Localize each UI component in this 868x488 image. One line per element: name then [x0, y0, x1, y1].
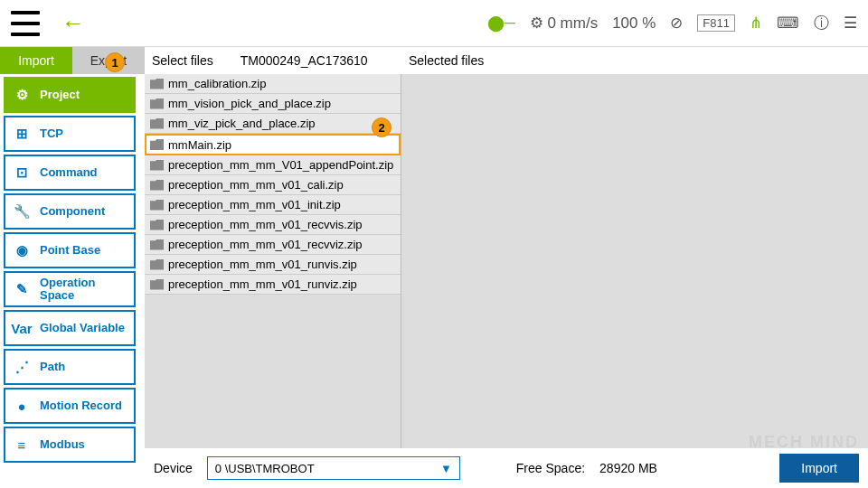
- file-row[interactable]: preception_mm_mm_v01_recvviz.zip: [145, 235, 401, 255]
- nav-label: Point Base: [40, 244, 127, 257]
- selected-files-label: Selected files: [409, 53, 484, 68]
- folder-icon: [150, 99, 164, 109]
- file-row[interactable]: preception_mm_mm_v01_runvis.zip: [145, 255, 401, 275]
- file-row[interactable]: preception_mm_mm_V01_appendPoint.zip: [145, 155, 401, 175]
- import-button[interactable]: Import: [779, 454, 859, 483]
- sidebar-item-path[interactable]: ⋰Path: [4, 349, 136, 385]
- folder-icon: [150, 220, 164, 230]
- folder-icon: [150, 139, 164, 150]
- sidebar-item-point-base[interactable]: ◉Point Base: [4, 232, 136, 268]
- file-row[interactable]: preception_mm_mm_v01_init.zip: [145, 195, 401, 215]
- file-row[interactable]: preception_mm_mm_v01_recvvis.zip: [145, 215, 401, 235]
- sidebar-item-command[interactable]: ⊡Command: [4, 155, 136, 191]
- back-arrow-icon[interactable]: ←: [61, 9, 85, 37]
- folder-icon: [150, 160, 164, 171]
- sidebar-item-global-variable[interactable]: VarGlobal Variable: [4, 310, 136, 346]
- select-files-label: Select files: [152, 53, 213, 68]
- sidebar-item-operation-space[interactable]: ✎Operation Space: [4, 271, 136, 307]
- folder-icon: [150, 259, 164, 270]
- file-name: mm_calibration.zip: [168, 77, 266, 90]
- selected-files-panel: [401, 74, 868, 448]
- file-name: preception_mm_mm_v01_cali.zip: [168, 178, 344, 192]
- nav-icon: ⊞: [13, 125, 31, 143]
- content-area: Select files TM000249_AC173610 Selected …: [145, 47, 868, 488]
- nav-label: Command: [40, 166, 127, 179]
- tab-row: Import Export 1: [0, 47, 145, 74]
- robot-status-icon: ⬤─: [487, 14, 515, 33]
- connection-icon[interactable]: ⋔: [750, 14, 762, 33]
- folder-icon: [150, 200, 164, 211]
- file-row[interactable]: preception_mm_mm_v01_runviz.zip: [145, 275, 401, 295]
- file-name: preception_mm_mm_v01_init.zip: [168, 198, 341, 211]
- status-area: ⬤─ ⚙ 0 mm/s 100 % ⊘ F811 ⋔ ⌨ ⓘ ☰: [487, 13, 857, 33]
- sidebar-item-component[interactable]: 🔧Component: [4, 193, 136, 230]
- nav-icon: ✎: [13, 280, 31, 298]
- sidebar-item-tcp[interactable]: ⊞TCP: [4, 116, 136, 152]
- file-name: preception_mm_mm_v01_recvvis.zip: [168, 218, 363, 231]
- nav-label: Path: [40, 361, 127, 373]
- nav-icon: 🔧: [13, 202, 31, 221]
- sidebar: Import Export 1 ⚙Project⊞TCP⊡Command🔧Com…: [0, 47, 145, 488]
- document-icon[interactable]: ☰: [844, 14, 857, 33]
- nav-label: Modbus: [40, 438, 127, 451]
- free-space-label: Free Space:: [516, 461, 585, 475]
- top-bar: ← ⬤─ ⚙ 0 mm/s 100 % ⊘ F811 ⋔ ⌨ ⓘ ☰: [0, 0, 868, 47]
- callout-1: 1: [105, 52, 125, 72]
- nav-icon: Var: [13, 319, 31, 337]
- folder-icon: [150, 239, 164, 250]
- file-row[interactable]: mmMain.zip: [145, 134, 401, 155]
- nav-label: Component: [40, 205, 127, 218]
- file-name: mm_viz_pick_and_place.zip: [168, 117, 316, 130]
- footer: Device 0 \USB\TMROBOT ▼ Free Space: 2892…: [145, 448, 868, 488]
- nav-icon: ⋰: [13, 358, 31, 376]
- file-row[interactable]: mm_vision_pick_and_place.zip: [145, 94, 401, 114]
- code-badge: F811: [697, 14, 735, 32]
- info-icon[interactable]: ⓘ: [814, 13, 829, 33]
- device-select[interactable]: 0 \USB\TMROBOT ▼: [207, 456, 460, 480]
- file-name: preception_mm_mm_v01_runvis.zip: [168, 258, 357, 271]
- callout-2: 2: [372, 117, 392, 137]
- folder-icon: [150, 79, 164, 89]
- file-name: mm_vision_pick_and_place.zip: [168, 97, 331, 110]
- file-name: preception_mm_mm_v01_recvviz.zip: [168, 238, 363, 251]
- file-row[interactable]: mm_calibration.zip: [145, 74, 401, 94]
- speed-indicator: ⚙ 0 mm/s: [530, 14, 598, 33]
- sidebar-item-project[interactable]: ⚙Project: [4, 77, 136, 113]
- keyboard-icon[interactable]: ⌨: [777, 14, 799, 33]
- folder-icon: [150, 180, 164, 191]
- nav-label: Operation Space: [40, 277, 127, 303]
- menu-icon[interactable]: [11, 11, 40, 36]
- project-id: TM000249_AC173610: [241, 53, 368, 68]
- percent-indicator: 100 %: [612, 14, 656, 33]
- caret-down-icon: ▼: [440, 462, 452, 475]
- nav-icon: ●: [13, 397, 31, 415]
- link-icon: ⊘: [670, 14, 683, 33]
- content-header: Select files TM000249_AC173610 Selected …: [145, 47, 868, 74]
- nav-label: TCP: [40, 127, 127, 140]
- sidebar-item-motion-record[interactable]: ●Motion Record: [4, 388, 136, 424]
- file-row[interactable]: preception_mm_mm_v01_cali.zip: [145, 175, 401, 195]
- free-space-value: 28920 MB: [599, 461, 657, 475]
- nav-label: Global Variable: [40, 322, 127, 334]
- file-list-panel: 2 mm_calibration.zipmm_vision_pick_and_p…: [145, 74, 401, 448]
- nav-icon: ◉: [13, 241, 31, 259]
- nav-label: Project: [40, 89, 127, 101]
- file-name: mmMain.zip: [168, 138, 231, 152]
- folder-icon: [150, 279, 164, 290]
- sidebar-item-modbus[interactable]: ≡Modbus: [4, 427, 136, 463]
- file-name: preception_mm_mm_V01_appendPoint.zip: [168, 158, 393, 172]
- folder-icon: [150, 118, 164, 129]
- nav-label: Motion Record: [40, 399, 127, 412]
- tab-import[interactable]: Import: [0, 47, 72, 74]
- nav-icon: ⊡: [13, 164, 31, 182]
- device-label: Device: [154, 461, 193, 475]
- nav-list: ⚙Project⊞TCP⊡Command🔧Component◉Point Bas…: [0, 74, 145, 488]
- nav-icon: ⚙: [13, 86, 31, 104]
- device-value: 0 \USB\TMROBOT: [215, 462, 315, 475]
- file-name: preception_mm_mm_v01_runviz.zip: [168, 277, 357, 291]
- file-row[interactable]: mm_viz_pick_and_place.zip: [145, 114, 401, 134]
- nav-icon: ≡: [13, 436, 31, 454]
